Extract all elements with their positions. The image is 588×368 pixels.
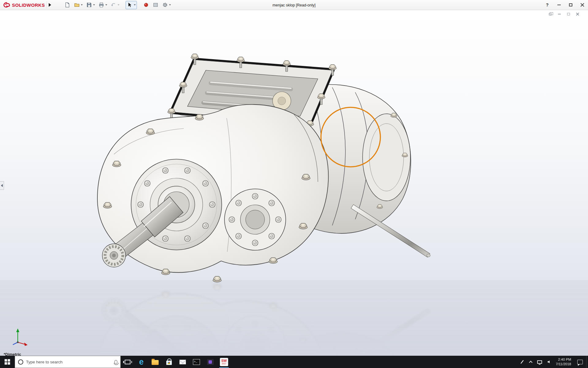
store-button[interactable] xyxy=(162,356,176,368)
system-tray: 2:40 PM 7/11/2018 xyxy=(518,356,588,368)
ink-workspace-button[interactable] xyxy=(518,356,526,368)
undo-icon xyxy=(111,2,117,8)
dropdown-caret-icon xyxy=(81,4,83,6)
help-icon: ? xyxy=(546,2,549,7)
chevron-up-icon xyxy=(529,361,533,364)
appearance-icon xyxy=(143,2,149,8)
reference-triad[interactable] xyxy=(7,327,30,347)
network-status-button[interactable] xyxy=(535,356,544,368)
help-button[interactable]: ? xyxy=(541,0,553,10)
restore-icon xyxy=(567,13,570,15)
open-icon xyxy=(74,2,80,8)
task-view-icon xyxy=(125,360,130,364)
clock-date: 7/11/2018 xyxy=(556,362,571,366)
view-settings-button[interactable] xyxy=(151,1,160,9)
undo-button[interactable] xyxy=(109,1,121,9)
app-titlebar: SOLIDWORKS xyxy=(0,0,588,10)
view-settings-icon xyxy=(153,2,159,8)
hidden-icons-button[interactable] xyxy=(526,356,535,368)
minimize-window-button[interactable] xyxy=(557,12,562,16)
dropdown-caret-icon xyxy=(93,4,95,6)
new-document-icon xyxy=(64,2,70,8)
options-gear-icon xyxy=(162,2,168,8)
cascade-icon xyxy=(549,13,552,15)
start-icon xyxy=(5,359,10,365)
graphics-area[interactable]: *Dimetric xyxy=(0,10,588,356)
maximize-icon xyxy=(569,3,572,6)
close-icon xyxy=(576,13,579,16)
dropdown-caret-icon xyxy=(118,4,119,6)
dropdown-caret-icon xyxy=(134,4,136,6)
command-prompt-button[interactable]: >_ xyxy=(190,356,203,368)
document-window-controls xyxy=(548,12,580,16)
x-axis-arrow-icon xyxy=(24,343,28,346)
mail-button[interactable] xyxy=(176,356,190,368)
model-canvas[interactable] xyxy=(0,10,588,356)
pinned-app-icon xyxy=(207,359,214,365)
restore-window-button[interactable] xyxy=(566,12,571,16)
dropdown-caret-icon xyxy=(169,4,171,6)
command-prompt-icon: >_ xyxy=(193,359,200,365)
menu-expand-button[interactable] xyxy=(47,1,53,9)
view-orientation-label: *Dimetric xyxy=(4,352,21,356)
dassault-systemes-logo-icon xyxy=(3,2,10,8)
solidworks-2017-icon: SW 2017 xyxy=(220,358,228,366)
show-desktop-button[interactable] xyxy=(586,356,588,368)
window-controls: ? xyxy=(541,0,588,10)
volume-icon xyxy=(548,361,550,363)
close-button[interactable] xyxy=(576,0,588,10)
pinned-app-button[interactable] xyxy=(203,356,217,368)
store-icon xyxy=(166,361,172,365)
start-button[interactable] xyxy=(0,356,15,368)
print-button[interactable] xyxy=(97,1,108,9)
gearbox-model[interactable] xyxy=(97,54,430,282)
reflection-tint xyxy=(0,280,588,356)
pen-icon xyxy=(520,360,524,364)
close-icon xyxy=(580,3,584,7)
clock-time: 2:40 PM xyxy=(556,357,571,362)
print-icon xyxy=(98,2,104,8)
prompt-glyph: >_ xyxy=(194,360,197,363)
minimize-button[interactable] xyxy=(553,0,565,10)
new-document-button[interactable] xyxy=(63,1,72,9)
open-button[interactable] xyxy=(73,1,84,9)
solidworks-taskbar-button[interactable]: SW 2017 xyxy=(217,356,231,368)
save-icon xyxy=(86,2,92,8)
edge-icon: e xyxy=(139,358,144,366)
quick-access-toolbar xyxy=(63,1,172,9)
file-explorer-icon xyxy=(152,360,159,365)
minimize-icon xyxy=(558,14,561,14)
sw-badge-text: SW xyxy=(221,359,227,363)
mail-icon xyxy=(179,360,186,364)
file-explorer-button[interactable] xyxy=(148,356,162,368)
select-cursor-icon xyxy=(127,2,133,8)
maximize-button[interactable] xyxy=(565,0,576,10)
network-icon xyxy=(537,360,542,364)
edge-button[interactable]: e xyxy=(134,356,148,368)
taskbar-search[interactable] xyxy=(15,356,121,368)
sw-badge-year: 2017 xyxy=(222,363,226,365)
featuremanager-collapse-tab[interactable] xyxy=(0,181,4,190)
action-center-button[interactable] xyxy=(574,356,586,368)
expand-arrow-icon xyxy=(49,3,51,7)
search-input[interactable] xyxy=(26,360,112,364)
minimize-icon xyxy=(557,5,561,5)
windows-taskbar: e >_ SW 2017 2:40 PM 7/11/2018 xyxy=(0,356,588,368)
options-button[interactable] xyxy=(161,1,172,9)
cortana-ring-icon xyxy=(18,359,23,365)
solidworks-logo: SOLIDWORKS xyxy=(0,2,47,8)
save-button[interactable] xyxy=(85,1,96,9)
y-axis-arrow-icon xyxy=(16,328,19,332)
appearance-button[interactable] xyxy=(142,1,150,9)
task-view-button[interactable] xyxy=(121,356,134,368)
arrange-window-button[interactable] xyxy=(548,12,552,16)
chevron-left-icon xyxy=(1,184,3,187)
taskbar-clock[interactable]: 2:40 PM 7/11/2018 xyxy=(553,357,574,366)
action-center-icon xyxy=(577,360,583,364)
select-tool-button[interactable] xyxy=(126,1,137,9)
volume-button[interactable] xyxy=(544,356,553,368)
microphone-icon[interactable] xyxy=(115,360,117,364)
brand-text: SOLIDWORKS xyxy=(12,2,45,8)
dropdown-caret-icon xyxy=(105,4,107,6)
close-window-button[interactable] xyxy=(575,12,580,16)
